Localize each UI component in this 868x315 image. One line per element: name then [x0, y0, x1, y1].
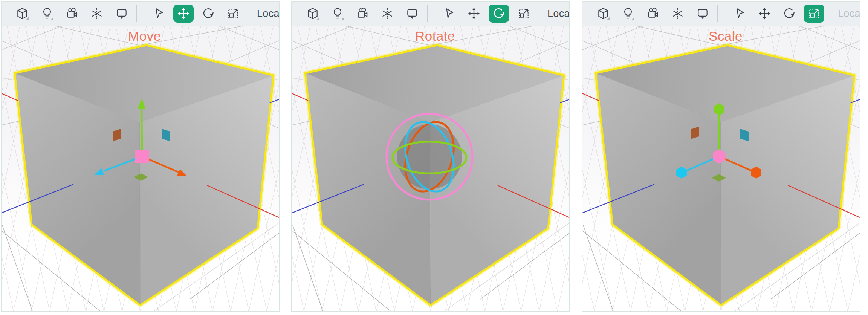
select-tool-button[interactable]	[727, 2, 752, 26]
comment-button[interactable]	[690, 2, 715, 26]
viewport-canvas-move[interactable]: Move	[2, 26, 279, 311]
snap-button[interactable]	[375, 2, 400, 26]
cursor-icon	[443, 7, 455, 20]
scale-tool-button[interactable]	[804, 5, 824, 23]
viewport-panel-move: Local	[1, 1, 280, 312]
cursor-icon	[152, 7, 165, 20]
move-tool-button[interactable]	[752, 2, 777, 26]
light-icon	[331, 7, 344, 20]
snap-button[interactable]	[665, 2, 690, 26]
snap-icon	[90, 7, 103, 20]
viewport-canvas-rotate[interactable]: Rotate	[292, 26, 569, 311]
camera-icon	[66, 7, 78, 20]
toolbar-divider	[427, 5, 428, 22]
light-icon	[622, 7, 634, 20]
toolbar: Local	[2, 2, 279, 26]
comment-button[interactable]	[400, 2, 425, 26]
panel-label: Scale	[709, 29, 743, 44]
camera-icon	[646, 7, 659, 20]
page: Local	[0, 0, 868, 315]
cube-icon	[306, 7, 319, 20]
move-center-handle[interactable]	[135, 150, 149, 163]
toolbar-divider	[136, 5, 137, 22]
add-light-button[interactable]	[616, 2, 640, 26]
scale-tool-button[interactable]	[221, 2, 246, 26]
scale-icon	[517, 7, 530, 20]
add-object-button[interactable]	[10, 2, 35, 26]
toolbar-divider	[717, 5, 718, 22]
coordinate-space-toggle[interactable]: Local	[547, 8, 570, 20]
move-axis-y[interactable]	[142, 109, 142, 156]
rotate-gizmo[interactable]	[387, 114, 472, 200]
toolbar: Local	[292, 2, 569, 26]
scene-move	[2, 26, 279, 311]
scene-scale	[582, 26, 860, 311]
coordinate-space-toggle[interactable]: Local	[257, 8, 280, 20]
scale-icon	[808, 7, 821, 20]
move-icon	[177, 7, 190, 20]
viewport-canvas-scale[interactable]: Scale	[582, 26, 860, 311]
move-tool-button[interactable]	[462, 2, 486, 26]
camera-icon	[356, 7, 369, 20]
scale-tool-button[interactable]	[511, 2, 536, 26]
rotate-tool-button[interactable]	[196, 2, 221, 26]
comment-button[interactable]	[109, 2, 134, 26]
add-light-button[interactable]	[35, 2, 60, 26]
viewport-panel-rotate: Local	[291, 1, 570, 312]
snap-icon	[671, 7, 684, 20]
rotate-icon	[202, 7, 215, 20]
add-light-button[interactable]	[325, 2, 350, 26]
scene-rotate	[292, 26, 569, 311]
panel-label: Move	[128, 29, 161, 44]
add-object-button[interactable]	[591, 2, 616, 26]
select-tool-button[interactable]	[146, 2, 171, 26]
coordinate-space-toggle[interactable]: Local	[838, 8, 860, 20]
rotate-icon	[783, 7, 796, 20]
rotate-icon	[492, 7, 505, 20]
comment-icon	[406, 7, 419, 20]
snap-icon	[381, 7, 394, 20]
move-icon	[468, 7, 480, 20]
add-camera-button[interactable]	[60, 2, 84, 26]
rotate-tool-button[interactable]	[777, 2, 802, 26]
add-camera-button[interactable]	[640, 2, 665, 26]
move-tool-button[interactable]	[173, 5, 194, 23]
cube-icon	[597, 7, 610, 20]
cursor-icon	[733, 7, 746, 20]
comment-icon	[696, 7, 709, 20]
viewport-panel-scale: Local	[582, 1, 860, 312]
add-camera-button[interactable]	[350, 2, 375, 26]
snap-button[interactable]	[84, 2, 109, 26]
panel-label: Rotate	[415, 29, 455, 44]
rotate-tool-button[interactable]	[489, 5, 509, 23]
move-icon	[758, 7, 771, 20]
comment-icon	[115, 7, 128, 20]
add-object-button[interactable]	[300, 2, 325, 26]
cube-icon	[16, 7, 29, 20]
light-icon	[41, 7, 53, 20]
select-tool-button[interactable]	[437, 2, 462, 26]
toolbar: Local	[582, 2, 860, 26]
scale-icon	[227, 7, 240, 20]
